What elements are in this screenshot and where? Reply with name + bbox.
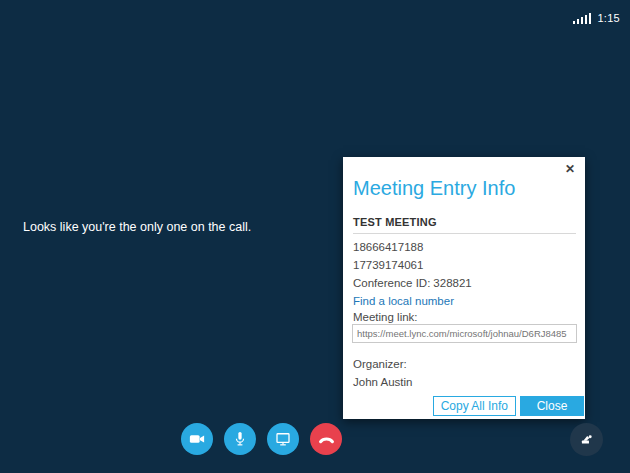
close-button[interactable]: Close xyxy=(520,396,584,416)
screen-share-button[interactable] xyxy=(267,423,299,455)
microphone-button[interactable] xyxy=(224,423,256,455)
organizer-label: Organizer: xyxy=(353,358,407,370)
dialog-button-row: Copy All Info Close xyxy=(433,396,584,416)
phone-number: 18666417188 xyxy=(353,238,472,256)
camera-icon xyxy=(188,430,206,448)
hangup-icon xyxy=(317,430,336,449)
conference-id-value: 328821 xyxy=(433,277,471,289)
screen-share-icon xyxy=(274,430,292,448)
meeting-link-input[interactable] xyxy=(352,324,577,343)
call-control-bar xyxy=(181,423,342,455)
camera-button[interactable] xyxy=(181,423,213,455)
organizer-name: John Austin xyxy=(353,376,412,388)
conference-id-row: Conference ID:328821 xyxy=(353,274,472,292)
close-icon[interactable]: ✕ xyxy=(562,160,578,178)
microphone-icon xyxy=(231,430,249,448)
hangup-button[interactable] xyxy=(310,423,342,455)
divider xyxy=(353,233,576,234)
clock-time: 1:15 xyxy=(597,12,620,24)
phone-number: 17739174061 xyxy=(353,256,472,274)
call-options-icon xyxy=(578,431,595,448)
call-options-button[interactable] xyxy=(570,423,603,456)
find-local-number-link[interactable]: Find a local number xyxy=(353,292,472,310)
status-bar: 1:15 xyxy=(573,12,620,24)
signal-bars-icon xyxy=(573,13,592,24)
dialog-title: Meeting Entry Info xyxy=(353,177,515,200)
empty-call-message: Looks like you're the only one on the ca… xyxy=(23,220,251,234)
dial-in-info: 18666417188 17739174061 Conference ID:32… xyxy=(353,238,472,310)
meeting-entry-info-dialog: ✕ Meeting Entry Info TEST MEETING 186664… xyxy=(343,157,585,419)
conference-id-label: Conference ID: xyxy=(353,277,430,289)
meeting-link-label: Meeting link: xyxy=(353,311,418,323)
copy-all-info-button[interactable]: Copy All Info xyxy=(433,396,516,416)
meeting-name: TEST MEETING xyxy=(353,216,437,228)
call-screen: 1:15 Looks like you're the only one on t… xyxy=(0,0,630,473)
